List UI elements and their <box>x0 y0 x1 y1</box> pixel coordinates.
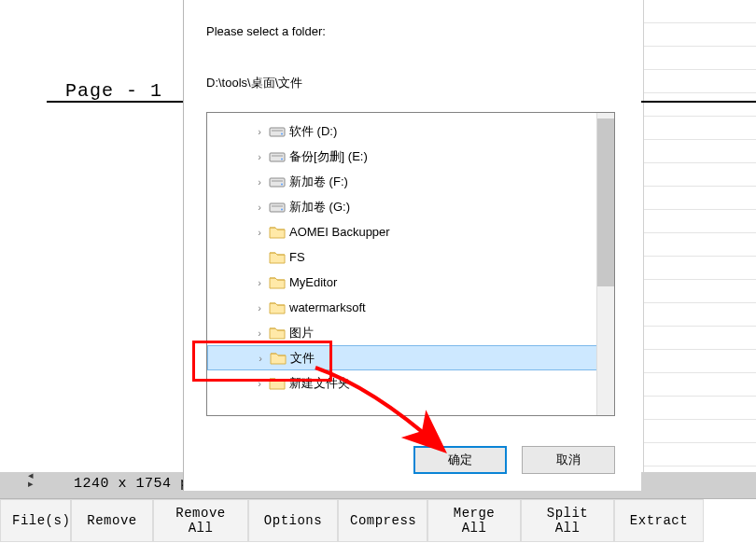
tree-item-label: 新加卷 (F:) <box>289 174 348 190</box>
tree-item-label: 软件 (D:) <box>289 123 337 140</box>
drive-icon <box>269 174 286 190</box>
tree-item-label: watermarksoft <box>289 300 366 314</box>
thumbnail-column <box>0 0 48 472</box>
tree-item[interactable]: ›软件 (D:) <box>207 118 597 144</box>
remove-button[interactable]: Remove <box>71 499 153 542</box>
svg-rect-1 <box>272 130 283 132</box>
tree-item[interactable]: ›watermarksoft <box>207 295 597 320</box>
drive-icon <box>269 123 286 140</box>
tree-item[interactable]: ›新加卷 (G:) <box>207 194 597 219</box>
tree-item-label: MyEditor <box>289 275 337 289</box>
merge-all-button[interactable]: Merge All <box>427 499 521 542</box>
tree-item-label: FS <box>289 250 305 264</box>
dialog-current-path: D:\tools\桌面\文件 <box>206 75 302 91</box>
compress-button[interactable]: Compress <box>338 499 427 542</box>
tree-item[interactable]: FS <box>207 244 597 270</box>
options-button[interactable]: Options <box>248 499 338 542</box>
drive-icon <box>269 199 286 216</box>
tree-item[interactable]: ›MyEditor <box>207 270 597 295</box>
ok-button[interactable]: 确定 <box>413 446 507 474</box>
tree-expander-icon[interactable]: › <box>253 353 268 364</box>
folder-browse-dialog: Please select a folder: D:\tools\桌面\文件 ›… <box>183 0 641 491</box>
tree-item-label: 新建文件夹 <box>289 375 350 392</box>
svg-rect-9 <box>270 203 285 212</box>
tree-expander-icon[interactable]: › <box>252 302 267 313</box>
svg-rect-4 <box>272 155 283 157</box>
tree-expander-icon[interactable]: › <box>252 126 267 137</box>
page-dimensions: 1240 x 1754 pt <box>74 476 198 492</box>
folder-icon <box>269 274 286 291</box>
svg-rect-0 <box>270 128 285 136</box>
folder-icon <box>269 325 286 341</box>
tree-expander-icon[interactable]: › <box>252 227 267 238</box>
remove-all-button[interactable]: Remove All <box>153 499 248 542</box>
tree-item[interactable]: ›备份[勿删] (E:) <box>207 144 597 169</box>
dialog-prompt: Please select a folder: <box>206 24 326 38</box>
scroll-right-icon: ▸ <box>28 480 45 488</box>
svg-rect-7 <box>272 180 283 182</box>
tree-item-label: 新加卷 (G:) <box>289 199 350 216</box>
folder-icon <box>269 224 286 241</box>
files-button[interactable]: File(s) <box>0 499 71 542</box>
bottom-toolbar: File(s) Remove Remove All Options Compre… <box>0 498 756 543</box>
folder-tree[interactable]: ›软件 (D:)›备份[勿删] (E:)›新加卷 (F:)›新加卷 (G:)›A… <box>206 112 615 416</box>
tree-expander-icon[interactable]: › <box>252 378 267 389</box>
tree-expander-icon[interactable]: › <box>252 151 267 162</box>
folder-icon <box>269 299 286 316</box>
svg-rect-3 <box>270 153 285 161</box>
folder-icon <box>269 249 286 266</box>
tree-item-label: AOMEI Backupper <box>289 225 390 239</box>
svg-point-11 <box>281 208 283 210</box>
svg-point-8 <box>281 183 283 185</box>
svg-point-2 <box>281 132 283 134</box>
drive-icon <box>269 148 286 165</box>
tree-item-label: 文件 <box>290 350 315 367</box>
tree-item[interactable]: ›图片 <box>207 320 597 345</box>
svg-rect-6 <box>270 178 285 187</box>
tree-item[interactable]: ›AOMEI Backupper <box>207 219 597 244</box>
tree-item[interactable]: ›新建文件夹 <box>207 370 597 396</box>
svg-rect-10 <box>272 205 283 207</box>
tree-item-label: 图片 <box>289 325 314 341</box>
cancel-button[interactable]: 取消 <box>522 446 615 474</box>
svg-point-5 <box>281 158 283 160</box>
tree-scrollbar[interactable] <box>596 113 614 415</box>
tree-expander-icon[interactable]: › <box>252 176 267 188</box>
tree-item[interactable]: ›新加卷 (F:) <box>207 169 597 194</box>
thumbnail-scroll[interactable]: ◂ ▸ <box>28 471 45 495</box>
tree-expander-icon[interactable]: › <box>252 327 267 339</box>
extract-button[interactable]: Extract <box>614 499 704 542</box>
scrollbar-thumb[interactable] <box>597 118 614 286</box>
tree-item[interactable]: ›文件 <box>207 345 597 370</box>
folder-icon <box>270 350 287 367</box>
ruled-panel <box>643 0 756 472</box>
page-title: Page - 1 <box>65 80 162 102</box>
tree-expander-icon[interactable]: › <box>252 202 267 213</box>
tree-item-label: 备份[勿删] (E:) <box>289 148 368 165</box>
folder-icon <box>269 375 286 392</box>
tree-expander-icon[interactable]: › <box>252 277 267 288</box>
split-all-button[interactable]: Split All <box>521 499 614 542</box>
